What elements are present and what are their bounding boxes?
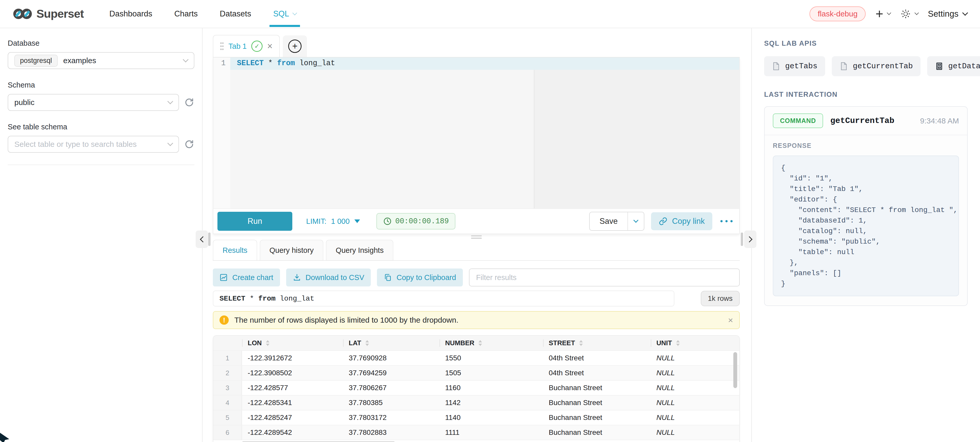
brand-name: Superset [37, 7, 84, 21]
table-row[interactable]: 2 -122.3908502 37.7694259 1505 04th Stre… [213, 365, 739, 380]
run-button[interactable]: Run [218, 212, 292, 231]
sql-editor[interactable]: 1 SELECT * from long_lat [213, 57, 739, 208]
results-table-body: 1 -122.3912672 37.7690928 1550 04th Stre… [213, 350, 739, 440]
cell-street: 04th Street [543, 354, 651, 362]
column-header-street[interactable]: STREET [543, 336, 651, 350]
response-label: RESPONSE [773, 142, 959, 149]
table-row[interactable]: 3 -122.428577 37.7806267 1160 Buchanan S… [213, 380, 739, 395]
getcurrenttab-button[interactable]: getCurrentTab [832, 56, 921, 76]
sql-star: * [264, 59, 277, 67]
cell-number: 1142 [439, 399, 543, 407]
clock-icon [383, 217, 392, 226]
query-preview-row: SELECT * from long_lat 1k rows [213, 290, 740, 306]
vertical-scrollbar-thumb[interactable] [733, 352, 737, 388]
collapse-left-sidebar-button[interactable] [196, 230, 208, 248]
sql-table-name: long_lat [275, 295, 314, 303]
editor-tabstrip: Tab 1 ✓ × + [213, 35, 740, 57]
download-csv-label: Download to CSV [305, 273, 364, 282]
more-options-button[interactable]: ••• [720, 217, 735, 226]
row-count-badge: 1k rows [701, 291, 740, 306]
database-select[interactable]: postgresql examples [8, 52, 194, 69]
print-margin-line [534, 57, 535, 208]
column-header-lat[interactable]: LAT [343, 336, 439, 350]
chevron-down-icon [887, 11, 891, 15]
table-select[interactable]: Select table or type to search tables [8, 136, 179, 153]
chart-icon [220, 273, 228, 282]
table-row[interactable]: 4 -122.4285341 37.780385 1142 Buchanan S… [213, 395, 739, 410]
copy-link-button[interactable]: Copy link [651, 212, 713, 230]
page-icon [772, 62, 781, 70]
column-label: LAT [349, 339, 361, 347]
tab-results[interactable]: Results [213, 240, 257, 260]
settings-menu[interactable]: Settings [928, 9, 967, 19]
left-resize-grip[interactable] [208, 233, 210, 246]
limit-value: 1 000 [331, 217, 350, 226]
sort-icon[interactable] [479, 340, 482, 346]
new-item-menu[interactable]: + [875, 9, 890, 19]
cell-unit: NULL [651, 413, 739, 422]
last-interaction-title: LAST INTERACTION [764, 91, 968, 99]
column-header-unit[interactable]: UNIT [651, 336, 739, 350]
create-chart-label: Create chart [232, 273, 273, 282]
sqllab-left-sidebar: Database postgresql examples Schema publ… [0, 28, 202, 442]
create-chart-button[interactable]: Create chart [213, 268, 280, 286]
chevron-down-icon [167, 140, 173, 146]
save-options-button[interactable] [627, 212, 644, 230]
sort-icon[interactable] [676, 340, 680, 346]
superset-logo[interactable]: Superset [13, 7, 84, 21]
warning-text: The number of rows displayed is limited … [234, 316, 458, 324]
copy-icon [383, 273, 392, 282]
filter-results-input[interactable] [469, 268, 740, 286]
table-row[interactable]: 5 -122.4285247 37.7803172 1140 Buchanan … [213, 410, 739, 425]
chevron-down-icon [962, 10, 968, 16]
save-button[interactable]: Save [590, 212, 627, 230]
column-header-lon[interactable]: LON [242, 336, 343, 350]
getdatabases-button[interactable]: getDatabases [927, 56, 980, 76]
add-tab-icon[interactable]: + [288, 40, 302, 53]
download-icon [293, 273, 301, 282]
cell-number: 1160 [439, 384, 543, 392]
chevron-down-icon [914, 11, 919, 15]
query-tab[interactable]: Tab 1 ✓ × [213, 35, 280, 57]
sql-star: * [245, 295, 258, 303]
editor-gutter: 1 [213, 57, 230, 208]
nav-charts[interactable]: Charts [174, 9, 198, 19]
query-tab-title: Tab 1 [229, 42, 247, 51]
sql-table-name: long_lat [295, 59, 335, 67]
sql-keyword: SELECT [237, 59, 264, 67]
refresh-tables-icon[interactable] [184, 139, 194, 149]
cabinet-icon [935, 62, 943, 70]
pane-resize-handle[interactable] [213, 234, 740, 240]
sqllab-center: Tab 1 ✓ × + 1 SELECT * from long_lat Run [202, 28, 751, 442]
table-row[interactable]: 1 -122.3912672 37.7690928 1550 04th Stre… [213, 350, 739, 365]
sort-icon[interactable] [365, 340, 369, 346]
collapse-right-panel-button[interactable] [744, 230, 756, 248]
close-tab-icon[interactable]: × [267, 41, 272, 51]
nav-datasets-label: Datasets [220, 9, 251, 19]
copy-link-label: Copy link [672, 217, 705, 226]
nav-dashboards[interactable]: Dashboards [110, 9, 152, 19]
table-row[interactable]: 6 -122.4289542 37.7802883 1111 Buchanan … [213, 425, 739, 440]
close-warning-icon[interactable]: × [728, 315, 733, 325]
copy-clipboard-button[interactable]: Copy to Clipboard [377, 268, 463, 286]
timer-value: 00:00:00.189 [395, 217, 449, 226]
gettabs-button[interactable]: getTabs [764, 56, 825, 76]
download-csv-button[interactable]: Download to CSV [286, 268, 371, 286]
tab-query-insights[interactable]: Query Insights [326, 240, 393, 260]
drag-handle-icon[interactable] [220, 41, 224, 51]
theme-menu[interactable] [900, 8, 918, 19]
right-resize-grip[interactable] [741, 233, 743, 246]
sql-code-line: SELECT * from long_lat [237, 59, 335, 67]
sort-icon[interactable] [266, 340, 269, 346]
limit-dropdown[interactable]: LIMIT: 1 000 [306, 217, 360, 226]
nav-datasets[interactable]: Datasets [220, 9, 251, 19]
api-panel-title: SQL LAB APIS [764, 40, 968, 48]
refresh-schemas-icon[interactable] [184, 97, 194, 107]
query-preview[interactable]: SELECT * from long_lat [213, 290, 675, 306]
column-header-number[interactable]: NUMBER [439, 336, 543, 350]
table-select-placeholder: Select table or type to search tables [14, 140, 162, 148]
nav-sql[interactable]: SQL [273, 9, 296, 19]
tab-query-history[interactable]: Query history [260, 240, 323, 260]
sort-icon[interactable] [579, 340, 583, 346]
schema-select[interactable]: public [8, 94, 179, 111]
